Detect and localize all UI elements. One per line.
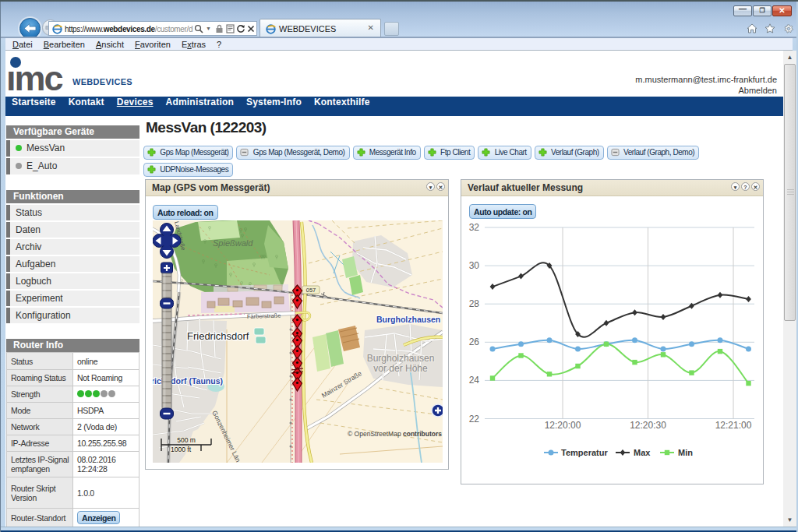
svg-text:Burgholzhausen: Burgholzhausen [367, 353, 435, 364]
svg-text:32: 32 [469, 222, 480, 233]
svg-text:Färberstraße: Färberstraße [247, 312, 281, 320]
svg-text:057: 057 [306, 287, 316, 294]
svg-text:Min: Min [678, 448, 693, 457]
svg-text:Burgholzhausen: Burgholzhausen [376, 315, 440, 324]
svg-text:12:20:00: 12:20:00 [545, 420, 581, 431]
svg-text:1000 ft: 1000 ft [171, 446, 192, 453]
svg-text:© OpenStreetMap contributors: © OpenStreetMap contributors [348, 430, 442, 438]
svg-text:12:21:00: 12:21:00 [715, 420, 752, 431]
svg-text:22: 22 [469, 414, 480, 425]
svg-text:vor der Höhe: vor der Höhe [373, 363, 428, 374]
svg-text:30: 30 [469, 260, 480, 271]
svg-text:28: 28 [469, 298, 480, 309]
svg-text:24: 24 [469, 375, 480, 386]
svg-text:26: 26 [469, 336, 480, 347]
svg-text:Max: Max [634, 448, 651, 457]
svg-text:Friedrichsdorf: Friedrichsdorf [187, 330, 249, 342]
svg-text:Spießwald: Spießwald [213, 238, 253, 248]
svg-text:12:20:30: 12:20:30 [630, 420, 666, 431]
svg-text:500 m: 500 m [177, 436, 196, 444]
svg-text:Temperatur: Temperatur [561, 448, 608, 457]
